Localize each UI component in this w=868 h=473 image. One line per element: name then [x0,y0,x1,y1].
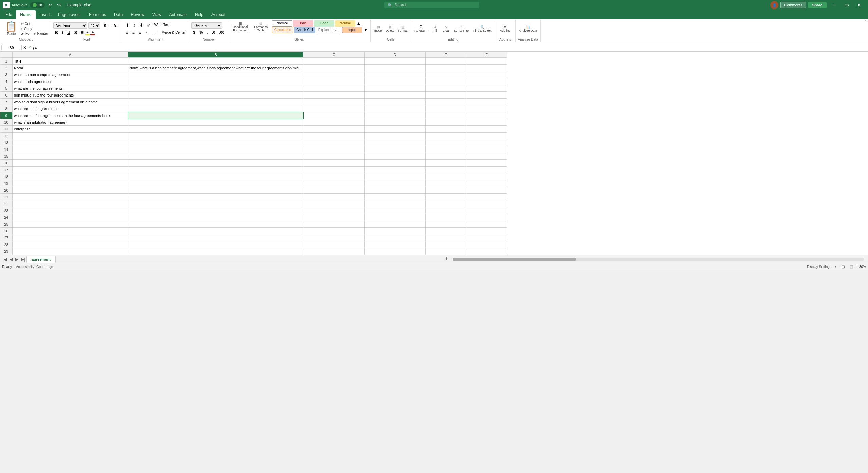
fill-color-button[interactable]: A [85,30,90,35]
row-header-13[interactable]: 13 [0,139,13,146]
cell-A14[interactable] [13,146,128,153]
cell-F3[interactable] [466,71,507,78]
cell-F13[interactable] [466,139,507,146]
tab-page-layout[interactable]: Page Layout [54,10,85,19]
cell-C27[interactable] [303,234,365,241]
ribbon-collapse-button[interactable]: ^ [865,19,867,24]
cell-C11[interactable] [303,126,365,133]
cell-C12[interactable] [303,133,365,139]
cell-A10[interactable]: what is an arbitration agreement [13,119,128,126]
sheet-tab-prev-button[interactable]: ◀ [8,256,14,262]
cell-B25[interactable] [128,221,303,228]
font-name-select[interactable]: Verdana [53,22,87,29]
format-cells-button[interactable]: ▤ Format [396,24,409,33]
col-header-F[interactable]: F [466,52,507,58]
cell-A7[interactable]: who said dont sign a buyers agreement on… [13,99,128,105]
cell-E1[interactable] [426,58,466,65]
row-header-26[interactable]: 26 [0,228,13,234]
cell-C17[interactable] [303,167,365,173]
cell-C14[interactable] [303,146,365,153]
cell-E18[interactable] [426,173,466,180]
cell-A16[interactable] [13,160,128,167]
cell-F26[interactable] [466,228,507,234]
wrap-text-button[interactable]: Wrap Text [153,22,171,28]
font-shrink-button[interactable]: A↓ [112,23,119,28]
cell-F25[interactable] [466,221,507,228]
cell-B13[interactable] [128,139,303,146]
row-header-18[interactable]: 18 [0,173,13,180]
styles-scroll-down[interactable]: ▼ [363,27,368,33]
cell-C22[interactable] [303,200,365,207]
cell-E22[interactable] [426,200,466,207]
underline-button[interactable]: U [66,30,72,36]
cell-E12[interactable] [426,133,466,139]
redo-button[interactable]: ↪ [56,2,62,8]
cell-B22[interactable] [128,200,303,207]
col-header-D[interactable]: D [365,52,426,58]
cell-C28[interactable] [303,241,365,248]
cell-C24[interactable] [303,214,365,221]
cell-C10[interactable] [303,119,365,126]
row-header-22[interactable]: 22 [0,200,13,207]
row-header-11[interactable]: 11 [0,126,13,133]
cell-C6[interactable] [303,92,365,99]
currency-button[interactable]: $ [191,29,197,35]
tab-home[interactable]: Home [16,10,35,19]
cell-E4[interactable] [426,78,466,85]
font-size-select[interactable]: 12 [88,22,100,29]
cell-D14[interactable] [365,146,426,153]
cell-A17[interactable] [13,167,128,173]
cell-A11[interactable]: enterprise [13,126,128,133]
sheet-tab-next-button[interactable]: ▶ [14,256,20,262]
cell-E24[interactable] [426,214,466,221]
cell-E9[interactable] [426,112,466,119]
align-left-button[interactable]: ≡ [124,29,130,36]
cell-B28[interactable] [128,241,303,248]
row-header-23[interactable]: 23 [0,207,13,214]
tab-file[interactable]: File [1,10,16,19]
cell-E14[interactable] [426,146,466,153]
cell-D13[interactable] [365,139,426,146]
cell-F21[interactable] [466,194,507,200]
cell-B19[interactable] [128,180,303,187]
cell-C16[interactable] [303,160,365,167]
cell-E29[interactable] [426,248,466,255]
cell-D27[interactable] [365,234,426,241]
cell-B11[interactable] [128,126,303,133]
cell-A22[interactable] [13,200,128,207]
cell-B2[interactable]: Norm,what is a non compete agreement,wha… [128,65,303,71]
tab-data[interactable]: Data [110,10,127,19]
cell-B29[interactable] [128,248,303,255]
close-button[interactable]: ✕ [853,0,865,10]
cell-C3[interactable] [303,71,365,78]
cell-E10[interactable] [426,119,466,126]
cell-A19[interactable] [13,180,128,187]
cell-F12[interactable] [466,133,507,139]
row-header-10[interactable]: 10 [0,119,13,126]
cell-F6[interactable] [466,92,507,99]
add-sheet-button[interactable]: + [443,256,450,263]
cell-C15[interactable] [303,153,365,160]
cell-D9[interactable] [365,112,426,119]
formula-function-button[interactable]: ƒx [33,45,37,50]
font-grow-button[interactable]: A↑ [101,22,111,29]
cell-E11[interactable] [426,126,466,133]
cell-B17[interactable] [128,167,303,173]
cell-F27[interactable] [466,234,507,241]
cell-D8[interactable] [365,105,426,112]
share-button[interactable]: Share [808,2,827,8]
paste-button[interactable]: 📋 Paste [3,20,19,37]
cell-F24[interactable] [466,214,507,221]
row-header-28[interactable]: 28 [0,241,13,248]
cell-D26[interactable] [365,228,426,234]
cell-B27[interactable] [128,234,303,241]
row-header-9[interactable]: 9 [0,112,13,119]
cell-C26[interactable] [303,228,365,234]
cell-C7[interactable] [303,99,365,105]
cell-A21[interactable] [13,194,128,200]
style-good[interactable]: Good [314,20,334,27]
style-check-cell[interactable]: Check Cell [294,27,315,33]
font-color-button[interactable]: A [90,30,95,35]
cell-C20[interactable] [303,187,365,194]
row-header-29[interactable]: 29 [0,248,13,255]
